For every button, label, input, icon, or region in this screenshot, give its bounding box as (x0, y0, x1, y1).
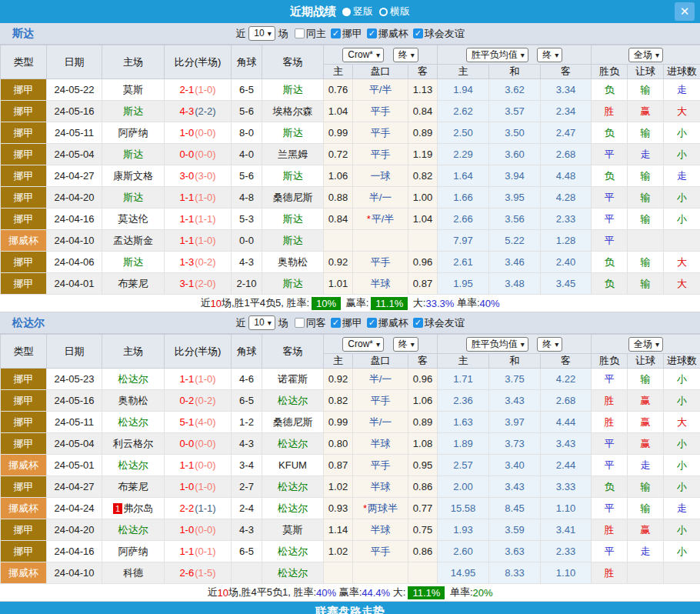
away-odds-cell: 0.82 (408, 165, 438, 187)
goals-result-cell: 小 (664, 209, 700, 230)
recent-count-select[interactable]: 10 (248, 315, 275, 330)
home-team-name: 松达尔 (118, 373, 148, 385)
match-result-cell: 负 (592, 79, 628, 101)
odds-time-select[interactable]: 终 (393, 337, 418, 352)
away-odds-cell: 0.96 (408, 252, 438, 273)
date-cell: 24-05-16 (47, 390, 102, 412)
away-team-cell: 奥勒松 (262, 252, 324, 273)
summary-part: 11.1% (408, 586, 445, 599)
summary-part: 单率: (454, 296, 479, 310)
league-type-cell: 挪甲 (1, 476, 47, 498)
cup-checkbox[interactable] (367, 28, 377, 38)
league-type-cell: 挪甲 (1, 187, 47, 209)
handicap-cell: 平手 (353, 390, 408, 412)
home-team-cell: 斯达 (102, 187, 165, 209)
handicap-cell: *两球半 (353, 498, 408, 519)
home-team-name: 斯达 (123, 192, 143, 203)
avg-away-odds-cell: 3.34 (541, 79, 592, 101)
sub-col-label: 客 (408, 65, 438, 79)
match-result-cell: 平 (592, 230, 628, 252)
same-venue-checkbox[interactable] (295, 318, 305, 328)
match-result-cell: 胜 (592, 412, 628, 433)
home-team-cell: 布莱尼 (102, 476, 165, 498)
fulltime-score: 1-3 (179, 256, 194, 268)
match-result-cell: 平 (592, 541, 628, 562)
match-result-cell: 平 (592, 209, 628, 230)
away-team-cell: 斯达 (262, 165, 324, 187)
halftime-score: (0-2) (195, 395, 215, 406)
avg-time-value: 终 (542, 339, 552, 350)
home-team-name: 莫达伦 (118, 213, 148, 225)
away-odds-cell: 0.96 (408, 369, 438, 390)
odds-company-select[interactable]: Crow* (342, 48, 384, 62)
league-trend-label: 联赛盘路走势 (315, 605, 385, 614)
away-odds-cell: 1.08 (408, 433, 438, 455)
score-cell: 2-6(1-5) (165, 562, 232, 584)
date-cell: 24-04-10 (47, 562, 102, 584)
handicap-cell: 平手 (353, 252, 408, 273)
avg-draw-odds-cell: 3.43 (489, 476, 541, 498)
home-team-cell: 莫达伦 (102, 209, 165, 230)
same-venue-checkbox[interactable] (295, 28, 305, 38)
games-label: 场 (278, 27, 288, 41)
fulltime-score: 2-6 (179, 567, 194, 579)
scope-select[interactable]: 全场 (628, 48, 663, 62)
avg-home-odds-cell: 7.97 (438, 230, 489, 252)
away-team-cell: 桑德尼斯 (262, 187, 324, 209)
radio-vertical-layout[interactable]: 竖版 (342, 5, 373, 18)
fulltime-score: 1-1 (179, 192, 194, 203)
handicap-name: 平手 (371, 459, 391, 471)
match-row: 挪甲24-05-16奥勒松0-2(0-2)6-5松达尔0.82平手1.062.3… (1, 390, 700, 412)
corner-score-cell: 8-0 (232, 122, 262, 144)
handicap-cell (353, 562, 408, 584)
team-name: 松达尔 (12, 316, 45, 330)
avg-time-select[interactable]: 终 (537, 48, 562, 62)
league-type-cell: 挪甲 (1, 101, 47, 122)
scope-select[interactable]: 全场 (628, 337, 663, 352)
avg-home-odds-cell: 1.63 (438, 412, 489, 433)
away-odds-cell: 0.86 (408, 476, 438, 498)
goals-result-cell: 小 (664, 144, 700, 165)
away-team-cell: 松达尔 (262, 476, 324, 498)
filter-controls: 近 10 场 同主 挪甲 挪威杯 球会友谊 (235, 26, 464, 41)
close-button[interactable]: ✕ (675, 2, 695, 21)
odds-company-select[interactable]: Crow* (342, 337, 384, 352)
handicap-cell: 平手 (353, 541, 408, 562)
odds-time-select[interactable]: 终 (393, 48, 418, 62)
sub-col-label: 让球 (628, 354, 664, 369)
cup-checkbox[interactable] (367, 318, 377, 328)
avg-home-odds-cell: 2.29 (438, 144, 489, 165)
friendly-label: 球会友谊 (425, 316, 465, 330)
corner-score-cell: 5-6 (232, 165, 262, 187)
friendly-checkbox[interactable] (413, 318, 423, 328)
near-label: 近 (235, 316, 245, 330)
avg-home-odds-cell: 1.89 (438, 433, 489, 455)
corner-score-cell: 2-10 (232, 273, 262, 295)
score-cell: 2-1(1-0) (165, 79, 232, 101)
summary-part: 场,胜4平5负1, 胜率: (228, 586, 316, 599)
league-checkbox[interactable] (331, 318, 341, 328)
radio-horizontal-label: 横版 (390, 5, 410, 18)
league-checkbox[interactable] (331, 28, 341, 38)
home-odds-cell: 1.14 (324, 519, 353, 541)
friendly-checkbox[interactable] (413, 28, 423, 38)
score-cell: 0-2(0-2) (165, 390, 232, 412)
sub-col-label: 主 (438, 65, 489, 79)
match-row: 挪甲24-05-04斯达0-0(0-0)4-0兰黑姆0.72平手1.192.29… (1, 144, 700, 165)
avg-odds-select[interactable]: 胜平负均值 (466, 48, 528, 62)
avg-time-select[interactable]: 终 (537, 337, 562, 352)
home-odds-cell: 0.84 (324, 209, 353, 230)
cup-label: 挪威杯 (378, 27, 408, 41)
recent-count-select[interactable]: 10 (248, 26, 275, 41)
match-result-cell: 平 (592, 455, 628, 476)
handicap-result-cell: 走 (628, 541, 664, 562)
handicap-cell: 平手 (353, 455, 408, 476)
home-odds-cell (324, 230, 353, 252)
radio-horizontal-layout[interactable]: 横版 (379, 5, 410, 18)
avg-odds-select[interactable]: 胜平负均值 (466, 337, 528, 352)
score-cell: 4-3(2-2) (165, 101, 232, 122)
fulltime-score: 3-0 (179, 170, 194, 182)
avg-draw-odds-cell: 3.57 (489, 101, 541, 122)
goals-result-cell (664, 230, 700, 252)
avg-draw-odds-cell: 3.40 (489, 455, 541, 476)
